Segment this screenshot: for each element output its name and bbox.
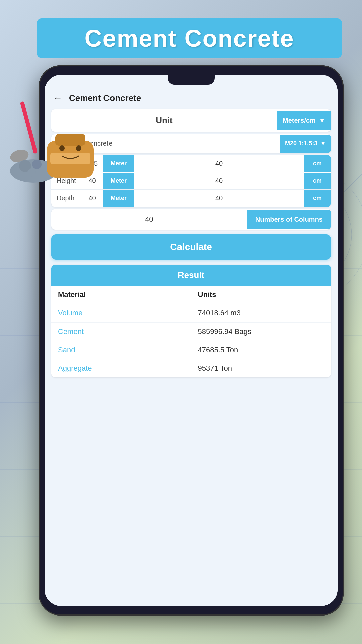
app-title-banner: Cement Concrete [50,24,329,52]
svg-point-28 [76,145,81,151]
svg-point-23 [28,169,36,177]
svg-point-22 [32,160,42,169]
svg-point-27 [59,145,65,151]
result-material-1: Cement [51,323,191,341]
svg-rect-25 [55,134,85,146]
depth-label: Depth [51,190,81,207]
result-rows-container: Volume 74018.64 m3 Cement 585996.94 Bags… [51,304,331,377]
height-secondary-value[interactable]: 40 [134,172,304,189]
unit-selected-value: Meters/cm [283,117,316,124]
result-value-1: 585996.94 Bags [191,323,331,341]
result-section: Result Material Units Volume 74018.64 m3… [51,265,331,377]
result-table: Material Units Volume 74018.64 m3 Cement… [51,286,331,377]
depth-unit-button[interactable]: Meter [103,190,134,207]
depth-cm-button[interactable]: cm [304,190,331,207]
phone-notch [168,75,215,85]
grade-selected-value: M20 1:1.5:3 [285,140,317,147]
length-cm-button[interactable]: cm [304,155,331,172]
depth-secondary-value[interactable]: 40 [134,190,304,207]
result-column-headers: Material Units [51,286,331,304]
result-value-0: 74018.64 m3 [191,304,331,322]
columns-value[interactable]: 40 [51,209,247,230]
result-material-2: Sand [51,341,191,359]
title-banner: Cement Concrete [37,18,342,58]
depth-value[interactable]: 40 [81,190,103,207]
height-unit-button[interactable]: Meter [103,173,134,189]
grade-chevron-icon: ▼ [320,140,326,147]
result-row: Volume 74018.64 m3 [51,304,331,323]
result-row: Aggregate 95371 Ton [51,359,331,377]
svg-rect-18 [20,101,38,154]
result-value-2: 47685.5 Ton [191,341,331,359]
col-units-header: Units [191,286,331,304]
col-material-header: Material [51,286,191,304]
grade-dropdown[interactable]: M20 1:1.5:3 ▼ [280,135,331,153]
mascot-svg [7,94,107,188]
result-row: Cement 585996.94 Bags [51,323,331,341]
unit-dropdown[interactable]: Meters/cm ▼ [277,111,331,130]
mascot [7,94,107,188]
columns-button[interactable]: Numbers of Columns [247,210,331,229]
unit-chevron-icon: ▼ [319,117,325,124]
calculate-button[interactable]: Calculate [51,234,331,260]
depth-row: Depth 40 Meter 40 cm [51,190,331,207]
result-material-3: Aggregate [51,359,191,377]
columns-row: 40 Numbers of Columns [51,209,331,230]
result-row: Sand 47685.5 Ton [51,341,331,359]
result-header: Result [51,265,331,286]
length-unit-button[interactable]: Meter [103,155,134,172]
length-secondary-value[interactable]: 40 [134,155,304,172]
result-material-0: Volume [51,304,191,322]
height-cm-button[interactable]: cm [304,173,331,189]
result-value-3: 95371 Ton [191,359,331,377]
